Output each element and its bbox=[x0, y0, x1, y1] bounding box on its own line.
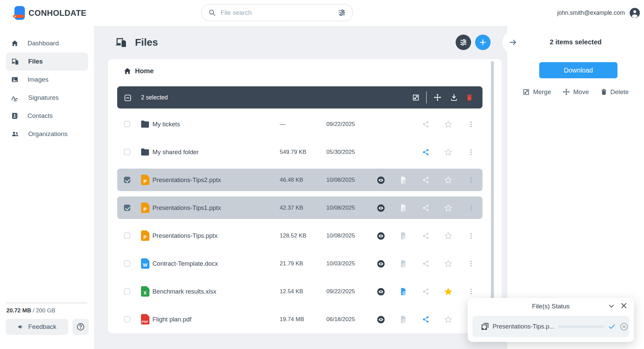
share-button[interactable] bbox=[419, 285, 432, 298]
share-button[interactable] bbox=[419, 202, 432, 214]
file-check-button[interactable] bbox=[397, 285, 410, 298]
row-checkbox[interactable] bbox=[124, 260, 130, 267]
merge-icon[interactable] bbox=[410, 91, 422, 103]
breadcrumb[interactable]: Home bbox=[124, 67, 154, 75]
share-button[interactable] bbox=[419, 118, 432, 131]
row-checkbox[interactable] bbox=[124, 149, 130, 155]
list-scrollbar[interactable] bbox=[491, 61, 494, 331]
file-date: 10/08/2025 bbox=[326, 197, 355, 219]
file-type-badge: P bbox=[141, 230, 149, 241]
sidebar-item-files[interactable]: Files bbox=[6, 52, 88, 71]
sidebar-item-signatures[interactable]: Signatures bbox=[6, 89, 88, 107]
row-menu-kebab[interactable] bbox=[465, 285, 477, 298]
download-button[interactable]: Download bbox=[539, 62, 617, 78]
file-rows: My tickets — 09/22/2025 My shared folder… bbox=[108, 113, 502, 336]
table-row[interactable]: P Presentations-Tips1.pptx 42.37 KB 10/0… bbox=[117, 197, 482, 219]
share-button[interactable] bbox=[419, 146, 432, 159]
table-row[interactable]: P Presentations-Tips2.pptx 46.48 KB 10/0… bbox=[117, 169, 482, 191]
file-name[interactable]: Presentations-Tips2.pptx bbox=[152, 169, 221, 191]
row-menu-kebab[interactable] bbox=[465, 118, 477, 131]
file-name[interactable]: Presentations-Tips1.pptx bbox=[152, 197, 221, 219]
preview-eye-button[interactable] bbox=[374, 285, 387, 298]
row-checkbox[interactable] bbox=[124, 177, 130, 183]
star-button[interactable] bbox=[442, 202, 455, 214]
image-icon bbox=[11, 76, 18, 83]
preview-eye-button[interactable] bbox=[374, 313, 387, 326]
file-check-button[interactable] bbox=[397, 257, 410, 270]
sidebar-item-images[interactable]: Images bbox=[6, 71, 88, 89]
row-checkbox[interactable] bbox=[124, 316, 130, 322]
files-title-icon bbox=[115, 37, 127, 49]
close-icon[interactable] bbox=[619, 301, 628, 311]
star-button[interactable] bbox=[442, 118, 455, 131]
row-menu-kebab[interactable] bbox=[465, 146, 477, 159]
cancel-task-icon[interactable] bbox=[619, 322, 629, 333]
download-icon[interactable] bbox=[448, 91, 460, 103]
row-checkbox[interactable] bbox=[124, 205, 130, 211]
merge-action-button[interactable]: Merge bbox=[522, 88, 551, 96]
file-check-button[interactable] bbox=[397, 229, 410, 242]
file-name[interactable]: Presentations-Tips.pptx bbox=[152, 224, 218, 247]
preview-eye-button[interactable] bbox=[374, 257, 387, 270]
sidebar-item-organizations[interactable]: Organizations bbox=[6, 125, 88, 143]
table-row[interactable]: W Contract-Template.docx 21.79 KB 10/03/… bbox=[117, 252, 482, 275]
file-size: — bbox=[280, 113, 285, 135]
share-button[interactable] bbox=[419, 174, 432, 186]
star-button[interactable] bbox=[442, 285, 455, 298]
file-check-button[interactable] bbox=[397, 202, 410, 214]
collapse-panel-button[interactable] bbox=[502, 32, 524, 53]
search-filter-icon[interactable] bbox=[338, 9, 346, 17]
file-name[interactable]: Contract-Template.docx bbox=[152, 252, 218, 275]
brand-logo[interactable]: CONHOLDATE bbox=[13, 6, 87, 20]
preview-eye-button[interactable] bbox=[374, 202, 387, 214]
preview-eye-button[interactable] bbox=[374, 229, 387, 242]
table-row[interactable]: X Benchmark results.xlsx 12.54 KB 09/22/… bbox=[117, 280, 482, 303]
row-menu-kebab[interactable] bbox=[465, 202, 477, 214]
main-content: Files Home 2 selected bbox=[94, 26, 507, 349]
search-input[interactable] bbox=[221, 9, 338, 16]
file-name[interactable]: My shared folder bbox=[152, 141, 199, 163]
row-checkbox[interactable] bbox=[124, 288, 130, 295]
file-check-button[interactable] bbox=[397, 313, 410, 326]
file-date: 05/30/2025 bbox=[326, 141, 355, 163]
star-button[interactable] bbox=[442, 257, 455, 270]
brand-name: CONHOLDATE bbox=[29, 8, 87, 18]
row-checkbox[interactable] bbox=[124, 232, 130, 239]
star-button[interactable] bbox=[442, 174, 455, 186]
table-row[interactable]: My tickets — 09/22/2025 bbox=[117, 113, 482, 135]
add-file-button[interactable] bbox=[475, 35, 491, 50]
help-button[interactable] bbox=[73, 319, 89, 335]
feedback-button[interactable]: Feedback bbox=[6, 319, 68, 335]
row-menu-kebab[interactable] bbox=[465, 174, 477, 186]
move-icon[interactable] bbox=[431, 91, 444, 103]
move-action-button[interactable]: Move bbox=[562, 88, 589, 96]
brand-logo-icon bbox=[13, 6, 26, 20]
breadcrumb-label: Home bbox=[135, 67, 154, 75]
row-menu-kebab[interactable] bbox=[465, 229, 477, 242]
table-row[interactable]: My shared folder 549.79 KB 05/30/2025 bbox=[117, 141, 482, 163]
star-button[interactable] bbox=[442, 313, 455, 326]
sidebar-item-contacts[interactable]: Contacts bbox=[6, 107, 88, 125]
row-checkbox[interactable] bbox=[124, 121, 130, 127]
list-filter-button[interactable] bbox=[456, 35, 471, 50]
share-button[interactable] bbox=[419, 229, 432, 242]
share-button[interactable] bbox=[419, 313, 432, 326]
select-all-checkbox[interactable] bbox=[124, 94, 132, 103]
file-name[interactable]: My tickets bbox=[152, 113, 180, 135]
chevron-down-icon[interactable] bbox=[607, 302, 615, 311]
star-button[interactable] bbox=[442, 146, 455, 159]
star-button[interactable] bbox=[442, 229, 455, 242]
speaker-icon bbox=[17, 323, 24, 330]
delete-action-button[interactable]: Delete bbox=[600, 88, 629, 96]
preview-eye-button[interactable] bbox=[374, 174, 387, 186]
row-menu-kebab[interactable] bbox=[465, 257, 477, 270]
table-row[interactable]: P Presentations-Tips.pptx 128.52 KB 10/0… bbox=[117, 224, 482, 247]
file-name[interactable]: Benchmark results.xlsx bbox=[152, 280, 216, 303]
delete-icon[interactable] bbox=[463, 91, 475, 103]
share-button[interactable] bbox=[419, 257, 432, 270]
file-check-button[interactable] bbox=[397, 174, 410, 186]
avatar[interactable] bbox=[629, 7, 640, 18]
file-name[interactable]: Flight plan.pdf bbox=[152, 308, 191, 331]
sidebar-item-dashboard[interactable]: Dashboard bbox=[6, 34, 88, 52]
table-row[interactable]: PDF Flight plan.pdf 19.74 MB 06/18/2025 bbox=[117, 308, 482, 331]
